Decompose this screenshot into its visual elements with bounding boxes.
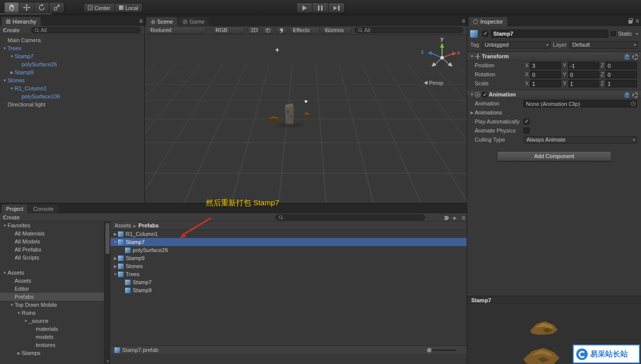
hierarchy-item[interactable]: Stones (0, 76, 145, 84)
foldout-icon[interactable] (2, 271, 8, 275)
animation-clip-field[interactable]: None (Animation Clip) (523, 100, 637, 107)
z-field[interactable]: 1 (605, 80, 637, 87)
foldout-icon[interactable] (9, 54, 15, 59)
asset-item[interactable]: Stones (111, 262, 467, 270)
tab-hierarchy[interactable]: Hierarchy (2, 17, 41, 26)
tab-scene[interactable]: Scene (146, 17, 177, 26)
label-filter-icon[interactable] (445, 216, 449, 220)
project-search-input[interactable] (275, 214, 425, 220)
component-enabled-checkbox[interactable] (482, 92, 487, 97)
foldout-icon[interactable] (2, 223, 8, 228)
rotate-tool-button[interactable] (34, 2, 49, 13)
animate-physics-checkbox[interactable] (523, 128, 529, 134)
asset-item[interactable]: Stamp7 (111, 238, 467, 246)
orientation-gizmo[interactable]: y x z (425, 39, 461, 75)
active-checkbox[interactable] (482, 31, 488, 37)
hierarchy-item[interactable]: polySurface26 (0, 60, 145, 68)
gear-icon[interactable] (632, 54, 638, 60)
y-field[interactable]: 1 (568, 80, 599, 87)
foldout-icon[interactable] (9, 86, 15, 91)
create-button[interactable]: Create (0, 214, 27, 220)
hierarchy-item[interactable]: R1_Column1 (0, 84, 145, 92)
tab-inspector[interactable]: Inspector (469, 17, 507, 26)
scene-viewport[interactable]: y x z Persp (145, 35, 467, 203)
folder-item[interactable]: Top Down Mobile (0, 301, 104, 309)
folder-item[interactable]: All Materials (0, 229, 104, 237)
panel-menu-icon[interactable] (635, 18, 639, 24)
folder-item[interactable]: Stamps (0, 349, 104, 357)
breadcrumb-root[interactable]: Assets (115, 222, 131, 228)
object-picker-icon[interactable] (631, 101, 635, 106)
y-field[interactable]: -1 (568, 62, 599, 69)
name-field[interactable]: Stamp7 (491, 30, 608, 38)
foldout-icon[interactable] (113, 240, 118, 245)
x-field[interactable]: 3 (530, 62, 561, 69)
step-button[interactable] (329, 3, 345, 13)
animation-header[interactable]: Animation (467, 90, 641, 99)
asset-item[interactable]: Trees (111, 270, 467, 278)
move-tool-button[interactable] (19, 2, 34, 13)
gizmos-dropdown[interactable]: Gizmos (322, 27, 352, 34)
folder-item[interactable]: materials (0, 325, 104, 333)
hierarchy-item[interactable]: Directional light (0, 100, 145, 108)
create-button[interactable]: Create (0, 27, 27, 33)
lighting-toggle[interactable] (262, 27, 274, 34)
hierarchy-item[interactable]: Stamp9 (0, 68, 145, 76)
folder-item[interactable]: Prefabs (0, 293, 104, 301)
gear-icon[interactable] (632, 92, 638, 98)
play-automatically-checkbox[interactable] (523, 118, 529, 125)
folder-item[interactable]: models (0, 333, 104, 341)
foldout-icon[interactable] (16, 311, 22, 315)
folder-item[interactable]: Assets (0, 269, 104, 277)
foldout-icon[interactable] (113, 232, 118, 236)
foldout-icon[interactable] (113, 256, 118, 261)
preview-header[interactable]: Stamp7 (467, 296, 641, 304)
hierarchy-item[interactable]: Trees (0, 44, 145, 52)
tab-game[interactable]: Game (178, 17, 209, 26)
perspective-toggle[interactable]: Persp (424, 80, 444, 86)
help-icon[interactable] (624, 93, 629, 98)
scroll-down-icon[interactable]: ▼ (106, 359, 110, 363)
folder-item[interactable]: Assets (0, 277, 104, 285)
effects-dropdown[interactable]: Effects (289, 27, 319, 34)
hand-tool-button[interactable] (4, 2, 19, 13)
foldout-icon[interactable] (2, 78, 8, 83)
culling-type-dropdown[interactable]: Always Animate (523, 136, 637, 144)
pivot-center-button[interactable]: Center (83, 3, 115, 13)
scene-search-input[interactable]: All (355, 27, 463, 33)
pause-button[interactable] (312, 3, 329, 13)
add-component-button[interactable]: Add Component (497, 151, 611, 161)
foldout-icon[interactable] (113, 272, 118, 277)
folder-item[interactable]: Favorites (0, 221, 104, 229)
hierarchy-search-input[interactable]: All (31, 27, 141, 33)
help-icon[interactable] (624, 55, 629, 60)
scrollbar-thumb[interactable] (105, 223, 110, 254)
foldout-icon[interactable] (113, 264, 118, 269)
foldout-icon[interactable] (9, 303, 15, 307)
static-checkbox[interactable] (611, 31, 616, 36)
foldout-icon[interactable] (469, 92, 475, 97)
x-field[interactable]: 0 (530, 71, 561, 78)
slider-thumb[interactable] (427, 348, 432, 352)
scale-tool-button[interactable] (49, 2, 64, 13)
tag-dropdown[interactable]: Untagged (482, 41, 551, 49)
foldout-icon[interactable] (469, 54, 475, 59)
panel-menu-icon[interactable] (462, 215, 465, 221)
transform-header[interactable]: Transform (467, 52, 641, 61)
foldout-icon[interactable] (9, 70, 15, 75)
panel-menu-icon[interactable] (139, 18, 143, 24)
foldout-icon[interactable] (469, 110, 475, 115)
x-field[interactable]: 1 (530, 80, 561, 87)
shading-mode-dropdown[interactable]: Textured (147, 27, 206, 34)
space-local-button[interactable]: Local (115, 3, 143, 13)
folder-tree-scrollbar[interactable]: ▼ (104, 221, 110, 364)
breadcrumb-current[interactable]: Prefabs (139, 222, 159, 228)
asset-item[interactable]: Stamp7 (111, 278, 467, 286)
z-field[interactable]: 0 (605, 71, 637, 78)
folder-item[interactable]: Editor (0, 285, 104, 293)
tab-project[interactable]: Project (2, 204, 28, 213)
favorites-icon[interactable] (452, 215, 459, 221)
folder-item[interactable]: textures (0, 341, 104, 349)
tab-console[interactable]: Console (29, 204, 58, 213)
foldout-icon[interactable] (2, 46, 8, 51)
